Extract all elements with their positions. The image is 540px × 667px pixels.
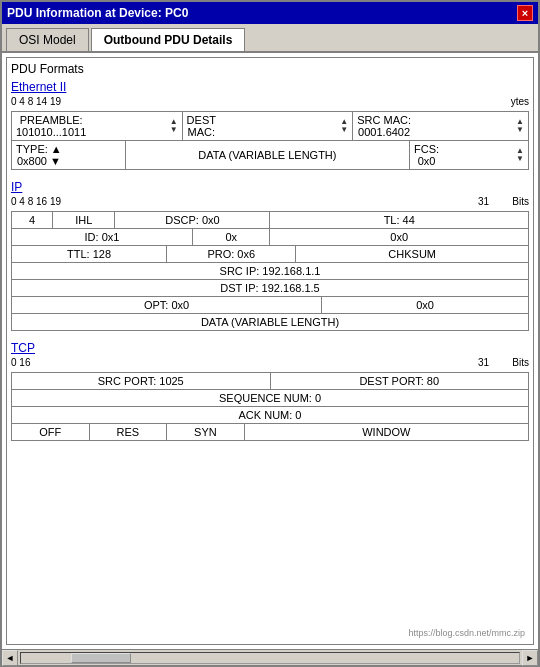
tcp-seq: SEQUENCE NUM: 0	[12, 390, 529, 407]
ip-row5: DST IP: 192.168.1.5	[11, 279, 529, 297]
tab-outbound-pdu[interactable]: Outbound PDU Details	[91, 28, 246, 51]
tcp-syn: SYN	[167, 424, 245, 441]
ip-opt2: 0x0	[322, 297, 529, 314]
tcp-row2: SEQUENCE NUM: 0	[11, 389, 529, 407]
tcp-ack: ACK NUM: 0	[12, 407, 529, 424]
fcs-value: 0x0	[414, 155, 439, 167]
ip-row4: SRC IP: 192.168.1.1	[11, 262, 529, 280]
ethernet-title[interactable]: Ethernet II	[11, 80, 529, 94]
fcs-cell: FCS: 0x0 ▲▼	[410, 141, 529, 170]
tcp-dst-port: DEST PORT: 80	[270, 373, 529, 390]
scroll-area[interactable]: Ethernet II 0 4 8 14 19 ytes	[11, 80, 529, 640]
ruler-0: 0	[11, 96, 17, 107]
ip-row3: TTL: 128 PRO: 0x6 CHKSUM	[11, 245, 529, 263]
src-mac-cell: SRC MAC: 0001.6402 ▲▼	[353, 112, 529, 141]
pdu-formats-label: PDU Formats	[11, 62, 529, 76]
type-cell: TYPE: ▲ 0x800 ▼	[12, 141, 126, 170]
ip-title[interactable]: IP	[11, 180, 529, 194]
ip-ihl: IHL	[53, 212, 115, 229]
dest-mac-arrows: ▲▼	[340, 118, 348, 134]
ip-dscp: DSCP: 0x0	[115, 212, 270, 229]
scrollbar-thumb[interactable]	[71, 653, 131, 663]
type-label: TYPE: ▲	[16, 143, 62, 155]
fcs-arrows: ▲▼	[516, 147, 524, 163]
ruler-suffix: ytes	[511, 96, 529, 107]
preamble-value: 101010...1011	[16, 126, 86, 138]
ip-src: SRC IP: 192.168.1.1	[12, 263, 529, 280]
tcp-row1: SRC PORT: 1025 DEST PORT: 80	[11, 372, 529, 390]
ip-row7: DATA (VARIABLE LENGTH)	[11, 313, 529, 331]
window-title: PDU Information at Device: PC0	[7, 6, 188, 20]
tcp-window: WINDOW	[244, 424, 528, 441]
title-bar: PDU Information at Device: PC0 ×	[2, 2, 538, 24]
ip-chksum: CHKSUM	[296, 246, 529, 263]
src-mac-label: SRC MAC:	[357, 114, 411, 126]
tab-osi-model[interactable]: OSI Model	[6, 28, 89, 51]
src-mac-arrows: ▲▼	[516, 118, 524, 134]
ip-section: IP 0 4 8 16 19 31 Bits 4	[11, 180, 529, 331]
ip-offset: 0x0	[270, 229, 529, 246]
tcp-src-port: SRC PORT: 1025	[12, 373, 271, 390]
ethernet-ruler: 0 4 8 14 19 ytes	[11, 96, 529, 110]
tcp-row3: ACK NUM: 0	[11, 406, 529, 424]
tcp-off: OFF	[12, 424, 90, 441]
ruler-4: 4	[19, 96, 25, 107]
watermark: https://blog.csdn.net/mmc.zip	[408, 628, 525, 638]
scroll-left-btn[interactable]: ◄	[2, 650, 18, 666]
ip-flags: 0x	[192, 229, 270, 246]
ruler-19: 19	[50, 96, 61, 107]
ip-row6: OPT: 0x0 0x0	[11, 296, 529, 314]
scrollbar-track[interactable]	[20, 652, 520, 664]
preamble-cell: PREAMBLE: 101010...1011 ▲▼	[12, 112, 183, 141]
ethernet-row1: PREAMBLE: 101010...1011 ▲▼ DEST	[11, 111, 529, 141]
tcp-row4: OFF RES SYN WINDOW	[11, 423, 529, 441]
ruler-14: 14	[36, 96, 47, 107]
ruler-8: 8	[28, 96, 34, 107]
ip-version: 4	[12, 212, 53, 229]
data-var-cell: DATA (VARIABLE LENGTH)	[125, 141, 409, 170]
ip-ruler: 0 4 8 16 19 31 Bits	[11, 196, 529, 210]
preamble-arrows: ▲▼	[170, 118, 178, 134]
dest-mac-value: MAC:	[187, 126, 216, 138]
ethernet-section: Ethernet II 0 4 8 14 19 ytes	[11, 80, 529, 170]
ip-row2: ID: 0x1 0x 0x0	[11, 228, 529, 246]
ip-data: DATA (VARIABLE LENGTH)	[12, 314, 529, 331]
type-value: 0x800 ▼	[16, 155, 62, 167]
ethernet-row2: TYPE: ▲ 0x800 ▼ DATA (VARIABLE LENGTH) F…	[11, 140, 529, 170]
tcp-ruler: 0 16 31 Bits	[11, 357, 529, 371]
content-area: PDU Formats Ethernet II 0 4 8 14 19 ytes	[2, 53, 538, 649]
pdu-formats-group: PDU Formats Ethernet II 0 4 8 14 19 ytes	[6, 57, 534, 645]
preamble-label: PREAMBLE:	[16, 114, 86, 126]
tcp-title[interactable]: TCP	[11, 341, 529, 355]
ip-ttl: TTL: 128	[12, 246, 167, 263]
ip-tl: TL: 44	[270, 212, 529, 229]
ip-proto: PRO: 0x6	[167, 246, 296, 263]
ip-opt: OPT: 0x0	[12, 297, 322, 314]
dest-mac-cell: DEST MAC: ▲▼	[182, 112, 353, 141]
dest-mac-label: DEST	[187, 114, 216, 126]
src-mac-value: 0001.6402	[357, 126, 411, 138]
tcp-res: RES	[89, 424, 167, 441]
ip-dst: DST IP: 192.168.1.5	[12, 280, 529, 297]
tcp-section: TCP 0 16 31 Bits SRC PORT: 1025 DEST POR…	[11, 341, 529, 441]
ip-row1: 4 IHL DSCP: 0x0 TL: 44	[11, 211, 529, 229]
scroll-right-btn[interactable]: ►	[522, 650, 538, 666]
main-window: PDU Information at Device: PC0 × OSI Mod…	[0, 0, 540, 667]
tabs-container: OSI Model Outbound PDU Details	[2, 24, 538, 53]
bottom-scrollbar: ◄ ►	[2, 649, 538, 665]
close-button[interactable]: ×	[517, 5, 533, 21]
ip-id: ID: 0x1	[12, 229, 193, 246]
fcs-label: FCS:	[414, 143, 439, 155]
